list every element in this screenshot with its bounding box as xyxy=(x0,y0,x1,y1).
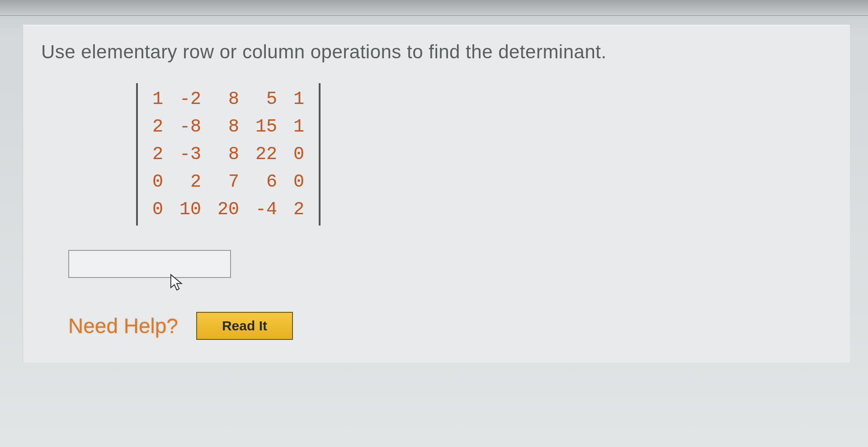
matrix-cell: 5 xyxy=(247,85,285,113)
matrix-cell: 8 xyxy=(209,113,247,141)
matrix-cell: 2 xyxy=(144,113,171,141)
matrix-table: 1 -2 8 5 1 2 -8 8 15 1 2 -3 8 22 0 0 xyxy=(144,85,312,223)
determinant-matrix: 1 -2 8 5 1 2 -8 8 15 1 2 -3 8 22 0 0 xyxy=(136,83,321,226)
matrix-cell: 20 xyxy=(209,196,247,223)
matrix-row: 2 -8 8 15 1 xyxy=(144,113,312,141)
matrix-cell: 8 xyxy=(209,85,247,113)
matrix-cell: 2 xyxy=(285,196,312,223)
matrix-cell: 0 xyxy=(144,196,171,223)
matrix-cell: -8 xyxy=(171,113,209,141)
matrix-cell: 7 xyxy=(209,168,247,196)
need-help-label: Need Help? xyxy=(68,314,178,338)
question-prompt: Use elementary row or column operations … xyxy=(41,41,832,63)
matrix-cell: 1 xyxy=(285,85,312,113)
matrix-cell: 2 xyxy=(144,141,171,168)
matrix-cell: 0 xyxy=(285,141,312,168)
matrix-row: 2 -3 8 22 0 xyxy=(144,141,312,168)
matrix-row: 1 -2 8 5 1 xyxy=(144,85,312,113)
matrix-cell: 10 xyxy=(171,196,209,223)
window-top-bar xyxy=(0,0,868,16)
matrix-cell: -4 xyxy=(247,196,285,223)
matrix-cell: 1 xyxy=(285,113,312,141)
answer-input[interactable] xyxy=(68,250,231,278)
matrix-row: 0 10 20 -4 2 xyxy=(144,196,312,223)
matrix-cell: 2 xyxy=(171,168,209,196)
matrix-cell: -2 xyxy=(171,85,209,113)
matrix-cell: 0 xyxy=(285,168,312,196)
help-section: Need Help? Read It xyxy=(68,312,832,340)
read-it-button[interactable]: Read It xyxy=(196,312,293,340)
matrix-cell: 22 xyxy=(247,141,285,168)
matrix-cell: 0 xyxy=(144,168,171,196)
matrix-cell: -3 xyxy=(171,141,209,168)
matrix-cell: 1 xyxy=(144,85,171,113)
matrix-cell: 8 xyxy=(209,141,247,168)
question-panel: Use elementary row or column operations … xyxy=(23,25,850,362)
answer-input-container xyxy=(68,250,832,278)
matrix-cell: 15 xyxy=(247,113,285,141)
matrix-cell: 6 xyxy=(247,168,285,196)
matrix-row: 0 2 7 6 0 xyxy=(144,168,312,196)
